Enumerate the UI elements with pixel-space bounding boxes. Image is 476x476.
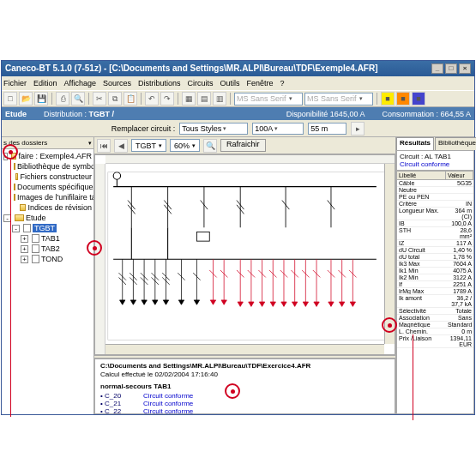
color1-icon[interactable]: ■ — [381, 92, 395, 105]
output-row[interactable]: • C_22Circuit conforme — [100, 407, 389, 414]
tree-toggle-icon[interactable]: + — [21, 245, 28, 253]
schematic-canvas[interactable] — [94, 154, 395, 355]
folder-closed-icon — [20, 204, 27, 211]
cut-icon[interactable]: ✂ — [93, 92, 106, 105]
page-icon — [32, 234, 39, 243]
paste-icon[interactable]: 📋 — [124, 92, 137, 105]
results-table: Libellé Valeur Câble5G35NeutrePE ou PENC… — [396, 171, 474, 414]
result-row[interactable]: Longueur Max.364 m (CI) — [397, 208, 473, 220]
tree-label: Indices de révision — [27, 203, 92, 212]
undo-icon[interactable]: ↶ — [145, 92, 159, 105]
close-button[interactable]: × — [459, 63, 471, 74]
output-row[interactable]: • C_21Circuit conforme — [100, 400, 389, 407]
tool3-icon[interactable]: ▥ — [213, 92, 226, 105]
tree-node[interactable]: Indices de révision — [3, 202, 92, 213]
menu-edition[interactable]: Edition — [33, 79, 57, 87]
result-row[interactable]: Ik3 Max7604 A — [397, 261, 473, 268]
tree-node[interactable]: Documents spécifiques à l'af — [3, 182, 92, 192]
result-row[interactable]: MagnétiqueStandard — [397, 322, 473, 328]
result-row[interactable]: Ik1 Min4075 A — [397, 268, 473, 274]
replace-style-combo[interactable]: Tous Styles — [179, 123, 248, 135]
replace-val1-combo[interactable]: 100A — [252, 123, 304, 135]
color2-icon[interactable]: ■ — [396, 92, 410, 105]
conso-label: Consommation : — [382, 110, 438, 118]
maximize-button[interactable]: □ — [445, 63, 457, 74]
menu-fichier[interactable]: Fichier — [3, 79, 27, 87]
open-icon[interactable]: 📂 — [19, 92, 33, 105]
refresh-button[interactable]: Rafraichir — [220, 139, 266, 152]
replace-go-icon[interactable]: ▸ — [351, 122, 365, 136]
result-row[interactable]: AssociationSans — [397, 315, 473, 322]
print-icon[interactable]: ⎙ — [56, 92, 69, 105]
menu-circuits[interactable]: Circuits — [187, 79, 213, 87]
copy-icon[interactable]: ⧉ — [108, 92, 122, 105]
tree-node[interactable]: -faire : Exemple4.AFR — [3, 151, 92, 161]
tree-node[interactable]: -Etude — [3, 213, 92, 223]
new-icon[interactable]: □ — [3, 92, 17, 105]
tree-node[interactable]: -TGBT — [3, 223, 92, 233]
circuit-status-link[interactable]: Circuit conforme — [400, 160, 449, 168]
result-row[interactable]: If2251 A — [397, 281, 473, 288]
canvas-scroll-vertical[interactable] — [384, 164, 395, 344]
tree-node[interactable]: +TAB2 — [3, 244, 92, 254]
nav-first-icon[interactable]: ⏮ — [97, 139, 111, 153]
tree-toggle-icon[interactable]: - — [3, 214, 11, 222]
result-row[interactable]: Prix /Liaison1394,11 EUR — [397, 335, 473, 348]
tab-resultats[interactable]: Résultats — [396, 137, 434, 150]
result-row[interactable]: IrMg Max1789 A — [397, 288, 473, 295]
tool1-icon[interactable]: ▦ — [182, 92, 196, 105]
result-row[interactable]: dU Circuit1,40 % — [397, 247, 473, 254]
board-combo[interactable]: TGBT — [131, 139, 166, 152]
result-row[interactable]: Ik2 Min3122 A — [397, 274, 473, 281]
result-row[interactable]: Câble5G35 — [397, 180, 473, 187]
canvas-toolbar: ⏮ ◀ TGBT 60% 🔍 Rafraichir — [94, 137, 395, 154]
tree-toggle-icon[interactable]: - — [3, 153, 8, 160]
menu-distributions[interactable]: Distributions — [138, 79, 181, 87]
result-row[interactable]: Ik amont36,2 / 37,7 kA — [397, 295, 473, 308]
font-combo-1[interactable]: MS Sans Serif — [234, 93, 303, 105]
replace-val2-input[interactable] — [308, 123, 346, 135]
color3-icon[interactable]: ■ — [412, 92, 425, 105]
result-row[interactable]: L. Chemin.0 m — [397, 328, 473, 335]
save-icon[interactable]: 💾 — [34, 92, 48, 105]
result-row[interactable]: SélectivitéTotale — [397, 308, 473, 315]
tree-toggle-icon[interactable]: + — [21, 235, 28, 243]
tree-node[interactable]: Fichiers constructeur — [3, 172, 92, 182]
left-panel-header[interactable]: s des dossiers — [2, 137, 93, 149]
canvas-scroll-horizontal[interactable] — [105, 344, 384, 354]
result-row[interactable]: PE ou PEN — [397, 194, 473, 201]
redo-icon[interactable]: ↷ — [160, 92, 174, 105]
tree-node[interactable]: +TOND — [3, 254, 92, 264]
output-pane[interactable]: C:\Documents and Settings\MR.ALPI\Bureau… — [94, 359, 395, 414]
tree-toggle-icon[interactable]: + — [21, 256, 28, 263]
menu-fenetre[interactable]: Fenêtre — [247, 79, 274, 87]
result-row[interactable]: dU total1,78 % — [397, 254, 473, 261]
result-row[interactable]: IB100,0 A — [397, 220, 473, 227]
zoom-icon[interactable]: 🔍 — [203, 139, 217, 153]
svg-marker-43 — [142, 300, 147, 304]
tab-bibliotheques[interactable]: Bibliothèques — [435, 137, 476, 150]
nav-prev-icon[interactable]: ◀ — [114, 139, 128, 153]
tool2-icon[interactable]: ▤ — [197, 92, 211, 105]
minimize-button[interactable]: _ — [431, 63, 443, 74]
font-combo-2[interactable]: MS Sans Serif — [304, 93, 373, 105]
result-row[interactable]: STH28,6 mm² — [397, 227, 473, 240]
menu-affichage[interactable]: Affichage — [64, 79, 96, 87]
tree-node[interactable]: Bibliothèque de symboles — [3, 161, 92, 172]
zoom-combo[interactable]: 60% — [170, 139, 200, 152]
tree-toggle-icon[interactable]: - — [12, 225, 20, 232]
result-row[interactable]: CritèreIN — [397, 201, 473, 208]
output-row[interactable]: • C_20Circuit conforme — [100, 392, 389, 400]
menu-help[interactable]: ? — [280, 79, 285, 87]
result-row[interactable]: Neutre — [397, 187, 473, 194]
menu-outils[interactable]: Outils — [220, 79, 240, 87]
output-calc-date: Calcul effectué le 02/02/2004 17:16:40 — [100, 371, 389, 378]
tree-node[interactable]: Images de l'unifilaire tableau — [3, 192, 92, 202]
folder-open-icon — [15, 214, 24, 221]
tree-node[interactable]: +TAB1 — [3, 233, 92, 244]
tree-label: TAB1 — [41, 234, 60, 243]
result-row[interactable]: IZ117 A — [397, 240, 473, 247]
preview-icon[interactable]: 🔍 — [71, 92, 85, 105]
titlebar: Caneco-BT 5.1.0 (7-51z) - [C:\Documents … — [2, 61, 474, 76]
menu-sources[interactable]: Sources — [103, 79, 131, 87]
